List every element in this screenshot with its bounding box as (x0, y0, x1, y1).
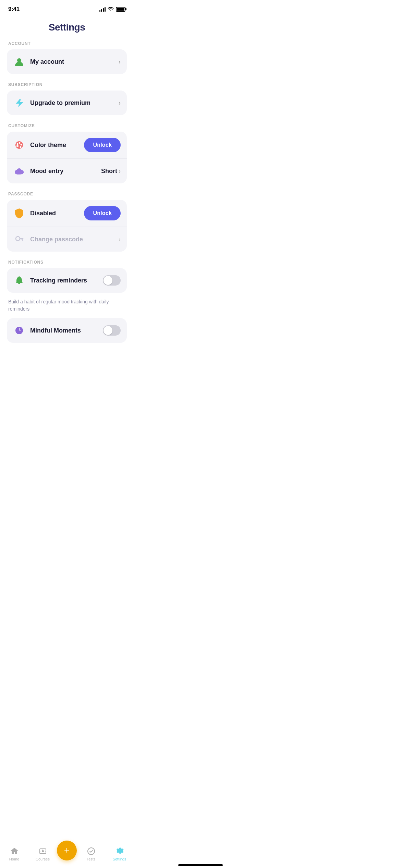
signal-icon (99, 7, 106, 12)
svg-point-3 (19, 142, 21, 144)
section-label-passcode: PASSCODE (7, 192, 127, 196)
svg-point-12 (16, 237, 20, 241)
my-account-label: My account (30, 58, 114, 65)
upgrade-label: Upgrade to premium (30, 99, 114, 107)
account-card: My account › (7, 49, 127, 74)
chevron-icon: › (119, 58, 121, 65)
section-label-notifications: NOTIFICATIONS (7, 260, 127, 265)
chevron-icon-upgrade: › (119, 99, 121, 107)
bell-icon (13, 274, 25, 287)
my-account-row[interactable]: My account › (7, 49, 127, 74)
mood-entry-label: Mood entry (30, 168, 96, 175)
svg-point-2 (17, 143, 19, 145)
customize-card: Color theme Unlock Mood entry Short › (7, 132, 127, 183)
notifications-card: Tracking reminders (7, 268, 127, 293)
passcode-unlock-button[interactable]: Unlock (84, 206, 121, 220)
status-icons (99, 7, 125, 12)
passcode-disabled-row[interactable]: Disabled Unlock (7, 200, 127, 227)
mood-entry-value: Short › (101, 168, 121, 175)
passcode-card: Disabled Unlock Change passcode › (7, 200, 127, 252)
svg-point-11 (15, 170, 24, 174)
tracking-reminders-row[interactable]: Tracking reminders (7, 268, 127, 293)
mindful-moments-toggle[interactable] (103, 325, 121, 336)
svg-rect-19 (19, 330, 21, 330)
color-theme-unlock-button[interactable]: Unlock (84, 138, 121, 152)
upgrade-row[interactable]: Upgrade to premium › (7, 91, 127, 115)
mindful-moments-label: Mindful Moments (30, 327, 98, 334)
palette-icon (13, 139, 25, 151)
chevron-icon-passcode: › (119, 236, 121, 243)
change-passcode-label: Change passcode (30, 236, 114, 243)
person-icon (13, 56, 25, 68)
mindful-moments-row[interactable]: Mindful Moments (7, 318, 127, 343)
tracking-reminders-toggle[interactable] (103, 275, 121, 286)
tracking-reminders-label: Tracking reminders (30, 277, 98, 284)
svg-point-5 (20, 146, 22, 148)
scroll-content: ACCOUNT My account › SUBSCRIPTION Upgrad… (0, 41, 134, 370)
svg-rect-13 (20, 238, 24, 239)
tracking-reminders-description: Build a habit of regular mood tracking w… (7, 298, 127, 318)
color-theme-row[interactable]: Color theme Unlock (7, 132, 127, 158)
section-label-customize: CUSTOMIZE (7, 123, 127, 128)
key-icon (13, 233, 25, 245)
svg-rect-15 (21, 239, 22, 240)
mindful-moments-card: Mindful Moments (7, 318, 127, 343)
subscription-card: Upgrade to premium › (7, 91, 127, 115)
status-bar: 9:41 (0, 0, 134, 16)
svg-rect-16 (18, 283, 20, 284)
clock-icon (13, 324, 25, 337)
svg-point-7 (17, 145, 18, 147)
svg-rect-14 (22, 239, 23, 241)
battery-icon (116, 7, 125, 12)
wifi-icon (108, 7, 114, 12)
cloud-icon (13, 165, 25, 177)
shield-icon (13, 207, 25, 219)
section-label-subscription: SUBSCRIPTION (7, 82, 127, 87)
change-passcode-row[interactable]: Change passcode › (7, 227, 127, 252)
page-title: Settings (0, 16, 134, 41)
svg-point-4 (21, 144, 22, 146)
bolt-icon (13, 97, 25, 109)
status-time: 9:41 (8, 6, 20, 13)
section-label-account: ACCOUNT (7, 41, 127, 46)
mood-entry-row[interactable]: Mood entry Short › (7, 158, 127, 183)
passcode-disabled-label: Disabled (30, 210, 79, 217)
color-theme-label: Color theme (30, 142, 79, 149)
